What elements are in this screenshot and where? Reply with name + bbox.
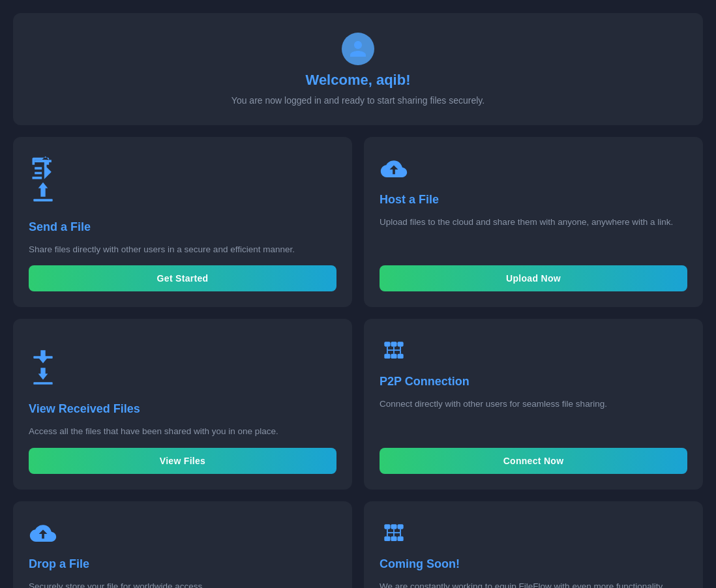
send-file-title: Send a File [29, 220, 336, 234]
svg-rect-0 [33, 199, 52, 201]
received-files-title: View Received Files [29, 402, 336, 416]
cloud-upload-icon [380, 155, 408, 184]
received-files-card: View Received Files Access all the files… [13, 319, 352, 489]
drop-file-title: Drop a File [29, 557, 336, 571]
svg-rect-26 [384, 536, 390, 540]
svg-rect-18 [398, 524, 404, 529]
p2p-connection-card: P2P Connection Connect directly with oth… [364, 319, 703, 489]
svg-rect-15 [398, 354, 404, 359]
host-file-title: Host a File [380, 193, 687, 207]
coming-soon-card: Coming Soon! We are constantly working t… [364, 501, 703, 589]
network2-icon [380, 520, 408, 548]
svg-rect-3 [384, 342, 390, 347]
svg-rect-5 [398, 342, 404, 347]
svg-rect-16 [384, 524, 390, 529]
drop-file-description: Securely store your file for worldwide a… [29, 580, 336, 589]
send-file-card: Send a File Share files directly with ot… [13, 137, 352, 307]
upload-now-button[interactable]: Upload Now [380, 265, 687, 291]
host-file-description: Upload files to the cloud and share them… [380, 216, 687, 256]
page-container: Welcome, aqib! You are now logged in and… [13, 13, 703, 588]
svg-rect-17 [391, 524, 396, 529]
user-avatar-icon [342, 33, 374, 65]
svg-rect-1 [33, 357, 52, 359]
welcome-subtitle: You are now logged in and ready to start… [231, 95, 485, 106]
p2p-description: Connect directly with other users for se… [380, 398, 687, 438]
view-files-button[interactable]: View Files [29, 448, 336, 474]
connect-now-button[interactable]: Connect Now [380, 448, 687, 474]
welcome-title: Welcome, aqib! [306, 72, 411, 89]
svg-rect-11 [391, 354, 396, 359]
svg-rect-13 [384, 354, 390, 359]
svg-rect-2 [33, 382, 52, 385]
svg-rect-28 [398, 536, 404, 540]
svg-rect-24 [391, 536, 396, 540]
send-file-description: Share files directly with other users in… [29, 243, 336, 256]
svg-rect-4 [391, 342, 396, 347]
header-card: Welcome, aqib! You are now logged in and… [13, 13, 703, 125]
get-started-button[interactable]: Get Started [29, 265, 336, 291]
coming-soon-description: We are constantly working to equip FileF… [380, 580, 687, 589]
coming-soon-title: Coming Soon! [380, 557, 687, 571]
host-file-card: Host a File Upload files to the cloud an… [364, 137, 703, 307]
network-icon [380, 337, 408, 366]
cards-grid: Send a File Share files directly with ot… [13, 137, 703, 588]
received-files-description: Access all the files that have been shar… [29, 425, 336, 438]
cloud-upload2-icon [29, 520, 57, 548]
p2p-title: P2P Connection [380, 375, 687, 389]
drop-file-card: Drop a File Securely store your file for… [13, 501, 352, 589]
